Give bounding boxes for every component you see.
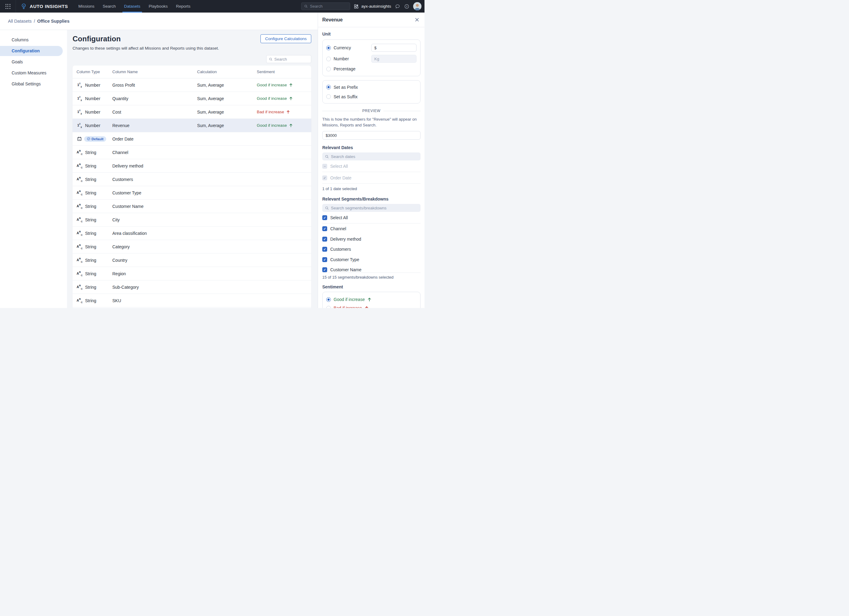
close-panel-button[interactable] <box>415 18 419 22</box>
table-row-cost[interactable]: 123 Number Cost Sum, Average Bad if incr… <box>73 105 311 119</box>
good-if-increase-label: Good if increase <box>334 297 365 302</box>
feedback-button[interactable] <box>395 4 400 9</box>
date-item-order-date[interactable]: Order Date <box>322 172 420 184</box>
sentiment-value[interactable]: Good if increase <box>257 123 293 128</box>
segment-checkbox[interactable] <box>322 247 327 252</box>
string-type-icon: ABC <box>76 244 83 249</box>
dates-search[interactable] <box>322 152 420 160</box>
sentiment-value[interactable]: Bad if increase <box>257 110 290 114</box>
dates-select-all-checkbox[interactable] <box>322 164 327 169</box>
nav-item-playbooks[interactable]: Playbooks <box>149 0 168 13</box>
table-row-customer-name[interactable]: ABC String Customer Name <box>73 200 311 213</box>
table-row-customer-type[interactable]: ABC String Customer Type <box>73 186 311 200</box>
currency-symbol-input[interactable] <box>371 44 417 52</box>
column-calculation: Sum, Average <box>197 110 257 115</box>
sentiment-value[interactable]: Good if increase <box>257 83 293 87</box>
sidebar-item-columns[interactable]: Columns <box>0 35 67 45</box>
segment-item-channel[interactable]: Channel <box>322 224 420 234</box>
order-date-checkbox[interactable] <box>322 175 327 180</box>
page-title: Configuration <box>73 34 121 43</box>
column-name: Customers <box>112 177 197 182</box>
segment-checkbox[interactable] <box>322 267 327 272</box>
segments-select-all-row[interactable]: Select All <box>322 212 420 224</box>
table-row-customers[interactable]: ABC String Customers <box>73 173 311 186</box>
breadcrumb-all-datasets[interactable]: All Datasets <box>8 19 31 24</box>
sidebar-item-configuration[interactable]: Configuration <box>0 46 63 56</box>
table-header: Column Type Column Name Calculation Sent… <box>73 66 311 78</box>
column-type-label: Number <box>85 110 100 115</box>
segments-select-all-checkbox[interactable] <box>322 215 327 220</box>
sidebar-item-global-settings[interactable]: Global Settings <box>0 79 67 89</box>
good-if-increase-radio[interactable] <box>326 297 331 302</box>
segment-checkbox[interactable] <box>322 257 327 262</box>
currency-radio[interactable] <box>326 46 331 50</box>
header-sentiment: Sentiment <box>257 70 311 74</box>
segment-item-customer-type[interactable]: Customer Type <box>322 254 420 265</box>
brand-logo[interactable]: AUTO INSIGHTS <box>21 3 68 9</box>
global-search-input[interactable] <box>310 4 347 9</box>
table-row-quantity[interactable]: 123 Number Quantity Sum, Average Good if… <box>73 92 311 105</box>
table-search[interactable] <box>266 55 311 63</box>
number-radio[interactable] <box>326 57 331 61</box>
table-row-channel[interactable]: ABC String Channel <box>73 146 311 159</box>
percentage-radio[interactable] <box>326 67 331 71</box>
sidebar-item-goals[interactable]: Goals <box>0 57 67 67</box>
preview-value-input[interactable] <box>322 131 420 140</box>
table-row-sku[interactable]: ABC String SKU <box>73 294 311 307</box>
table-row-sub-category[interactable]: ABC String Sub-Category <box>73 280 311 294</box>
table-search-input[interactable] <box>274 57 308 61</box>
svg-text:?: ? <box>406 5 408 8</box>
table-row-region[interactable]: ABC String Region <box>73 267 311 280</box>
segment-item-customers[interactable]: Customers <box>322 244 420 254</box>
set-as-suffix-radio[interactable] <box>326 94 331 99</box>
help-button[interactable]: ? <box>404 4 410 9</box>
segment-item-customer-name[interactable]: Customer Name <box>322 264 420 273</box>
unit-section-label: Unit <box>322 31 420 36</box>
nav-item-datasets[interactable]: Datasets <box>124 0 140 13</box>
table-row-order-date[interactable]: Default Order Date <box>73 132 311 146</box>
workspace-switcher[interactable]: ayx-autoinsights <box>354 4 391 9</box>
user-avatar[interactable] <box>413 2 422 10</box>
column-type-label: Number <box>85 96 100 101</box>
dates-summary: 1 of 1 date selected <box>322 186 420 191</box>
table-row-partial <box>73 307 311 308</box>
table-row-revenue[interactable]: 123 Number Revenue Sum, Average Good if … <box>73 119 311 132</box>
nav-item-search[interactable]: Search <box>103 0 116 13</box>
nav-item-missions[interactable]: Missions <box>78 0 95 13</box>
sentiment-value[interactable]: Good if increase <box>257 96 293 101</box>
segments-search-input[interactable] <box>331 206 418 210</box>
app-launcher-button[interactable] <box>0 0 16 13</box>
arrow-up-icon <box>289 123 293 127</box>
configure-calculations-button[interactable]: Configure Calculations <box>261 34 311 43</box>
global-search[interactable] <box>301 3 350 10</box>
dates-select-all-row[interactable]: Select All <box>322 160 420 172</box>
number-unit-input[interactable] <box>371 55 417 63</box>
sentiment-good-option[interactable]: Good if increase <box>326 296 417 303</box>
sentiment-bad-option[interactable]: Bad if increase <box>326 304 417 308</box>
segment-checkbox[interactable] <box>322 226 327 231</box>
segments-select-all-label: Select All <box>330 215 348 220</box>
number-type-icon: 123 <box>76 123 83 128</box>
column-name: Region <box>112 271 197 276</box>
page-subtitle: Changes to these settings will affect al… <box>73 46 311 51</box>
segment-item-delivery-method[interactable]: Delivery method <box>322 234 420 244</box>
segment-checkbox[interactable] <box>322 237 327 242</box>
number-label: Number <box>334 56 349 61</box>
revenue-settings-panel: Revenue Unit Currency Number Percentage <box>318 13 424 308</box>
string-type-icon: ABC <box>76 231 83 236</box>
table-row-city[interactable]: ABC String City <box>73 213 311 227</box>
table-row-gross-profit[interactable]: 123 Number Gross Profit Sum, Average Goo… <box>73 78 311 92</box>
segments-search[interactable] <box>322 204 420 212</box>
segments-list[interactable]: Channel Delivery method Customers Custom… <box>322 224 420 273</box>
nav-item-reports[interactable]: Reports <box>176 0 191 13</box>
bad-if-increase-radio[interactable] <box>326 306 331 308</box>
column-type-label: String <box>85 164 97 169</box>
sidebar-item-custom-measures[interactable]: Custom Measures <box>0 68 67 78</box>
table-row-category[interactable]: ABC String Category <box>73 240 311 254</box>
table-row-country[interactable]: ABC String Country <box>73 254 311 267</box>
column-name: Customer Type <box>112 191 197 195</box>
set-as-prefix-radio[interactable] <box>326 85 331 89</box>
dates-search-input[interactable] <box>331 154 418 159</box>
table-row-delivery-method[interactable]: ABC String Delivery method <box>73 159 311 173</box>
table-row-area-classification[interactable]: ABC String Area classification <box>73 227 311 240</box>
